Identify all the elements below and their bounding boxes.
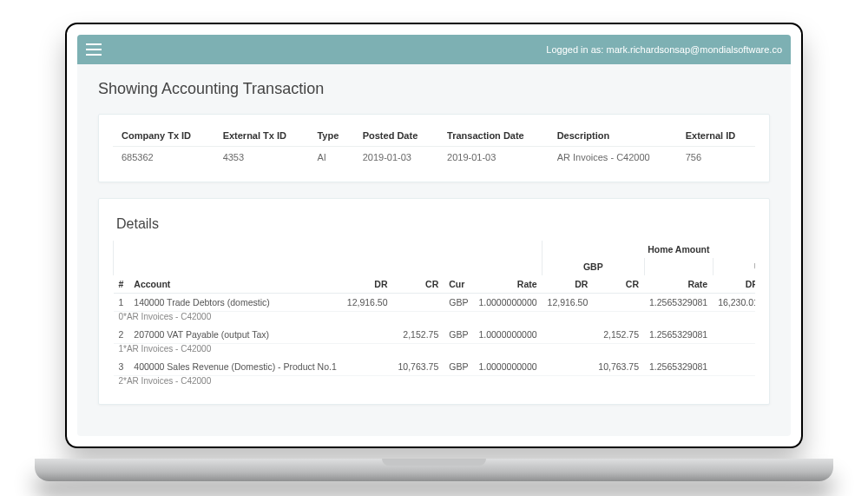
cell-external-id-link[interactable]: 756 (677, 146, 755, 168)
cell-posted-date: 2019-01-03 (354, 146, 438, 168)
transaction-summary-table: Company Tx ID External Tx ID Type Posted… (113, 125, 755, 168)
app-header: Logged in as: mark.richardsonsap@mondial… (77, 35, 791, 64)
details-table: Home Amount GBP USD # (113, 241, 755, 390)
cell-gbp-dr (542, 358, 594, 376)
cell-dr: 12,916.50 (342, 293, 393, 311)
col-rate: Rate (473, 275, 542, 294)
table-row: 3400000 Sales Revenue (Domestic) - Produ… (114, 358, 756, 376)
details-title: Details (116, 216, 752, 232)
cell-transaction-date: 2019-01-03 (438, 146, 549, 168)
cell-dr (342, 326, 393, 344)
col-transaction-date: Transaction Date (438, 125, 549, 147)
cell-cr (393, 293, 444, 311)
cell-gbp-cr: 10,763.75 (593, 358, 644, 376)
cell-line-desc: 1*AR Invoices - C42000 (114, 343, 756, 358)
cell-cur: GBP (444, 358, 473, 376)
cell-cr: 2,152.75 (393, 326, 444, 344)
cell-type: AI (308, 146, 353, 168)
col-dr: DR (342, 275, 393, 294)
cell-gbp-rate: 1.2565329081 (644, 293, 713, 311)
screen-bezel: Logged in as: mark.richardsonsap@mondial… (65, 23, 803, 448)
cell-usd-dr (713, 358, 755, 376)
cell-account: 207000 VAT Payable (output Tax) (128, 326, 341, 344)
cell-gbp-dr: 12,916.50 (542, 293, 594, 311)
col-description: Description (549, 125, 677, 147)
col-external-tx-id: External Tx ID (214, 125, 309, 147)
table-row-desc: 2*AR Invoices - C42000 (114, 375, 756, 390)
logged-in-email: mark.richardsonsap@mondialsoftware.co (606, 44, 782, 55)
col-account: Account (128, 275, 341, 294)
table-row: 685362 4353 AI 2019-01-03 2019-01-03 AR … (113, 146, 755, 168)
cell-rate: 1.0000000000 (473, 358, 542, 376)
table-row-desc: 0*AR Invoices - C42000 (114, 311, 756, 326)
cell-line-desc: 2*AR Invoices - C42000 (114, 375, 756, 390)
col-posted-date: Posted Date (354, 125, 438, 147)
cell-num: 3 (114, 358, 129, 376)
cell-usd-dr (713, 326, 755, 344)
table-row-desc: 1*AR Invoices - C42000 (114, 343, 756, 358)
logged-in-status: Logged in as: mark.richardsonsap@mondial… (546, 44, 782, 55)
col-gbp-dr: DR (542, 275, 594, 294)
cell-gbp-cr (593, 293, 644, 311)
cell-cur: GBP (444, 293, 473, 311)
cell-gbp-rate: 1.2565329081 (644, 326, 713, 344)
group-usd: USD (713, 258, 755, 275)
cell-num: 1 (114, 293, 129, 311)
details-card: Details Home Amount GBP (98, 198, 770, 405)
group-gbp: GBP (542, 258, 644, 275)
cell-cr: 10,763.75 (393, 358, 444, 376)
col-cur: Cur (444, 275, 473, 294)
col-external-id: External ID (677, 125, 755, 147)
cell-rate: 1.0000000000 (473, 293, 542, 311)
col-gbp-cr: CR (593, 275, 644, 294)
laptop-notch (382, 459, 486, 466)
col-type: Type (308, 125, 353, 147)
cell-account: 400000 Sales Revenue (Domestic) - Produc… (128, 358, 341, 376)
cell-gbp-cr: 2,152.75 (593, 326, 644, 344)
menu-icon[interactable] (86, 43, 102, 56)
cell-cur: GBP (444, 326, 473, 344)
cell-gbp-dr (542, 326, 594, 344)
cell-description: AR Invoices - C42000 (549, 146, 677, 168)
details-scroll[interactable]: Home Amount GBP USD # (113, 241, 755, 390)
col-company-tx-id: Company Tx ID (113, 125, 214, 147)
col-num: # (114, 275, 129, 294)
cell-num: 2 (114, 326, 129, 344)
laptop-frame: Logged in as: mark.richardsonsap@mondial… (65, 23, 803, 474)
group-home-amount: Home Amount (542, 241, 755, 258)
cell-account: 140000 Trade Debtors (domestic) (128, 293, 341, 311)
cell-line-desc: 0*AR Invoices - C42000 (114, 311, 756, 326)
cell-external-tx-id: 4353 (214, 146, 309, 168)
logged-in-label: Logged in as: (546, 44, 603, 55)
cell-company-tx-id: 685362 (113, 146, 214, 168)
cell-gbp-rate: 1.2565329081 (644, 358, 713, 376)
table-row: 1140000 Trade Debtors (domestic)12,916.5… (114, 293, 756, 311)
page-body: Showing Accounting Transaction Company T… (77, 64, 791, 436)
col-gbp-rate: Rate (644, 275, 713, 294)
cell-rate: 1.0000000000 (473, 326, 542, 344)
transaction-summary-card: Company Tx ID External Tx ID Type Posted… (98, 114, 770, 182)
cell-usd-dr: 16,230.01 (713, 293, 755, 311)
laptop-base (35, 459, 833, 481)
table-row: 2207000 VAT Payable (output Tax)2,152.75… (114, 326, 756, 344)
col-cr: CR (393, 275, 444, 294)
page-title: Showing Accounting Transaction (98, 80, 770, 98)
col-usd-dr: DR (713, 275, 755, 294)
cell-dr (342, 358, 393, 376)
app-screen: Logged in as: mark.richardsonsap@mondial… (77, 35, 791, 436)
